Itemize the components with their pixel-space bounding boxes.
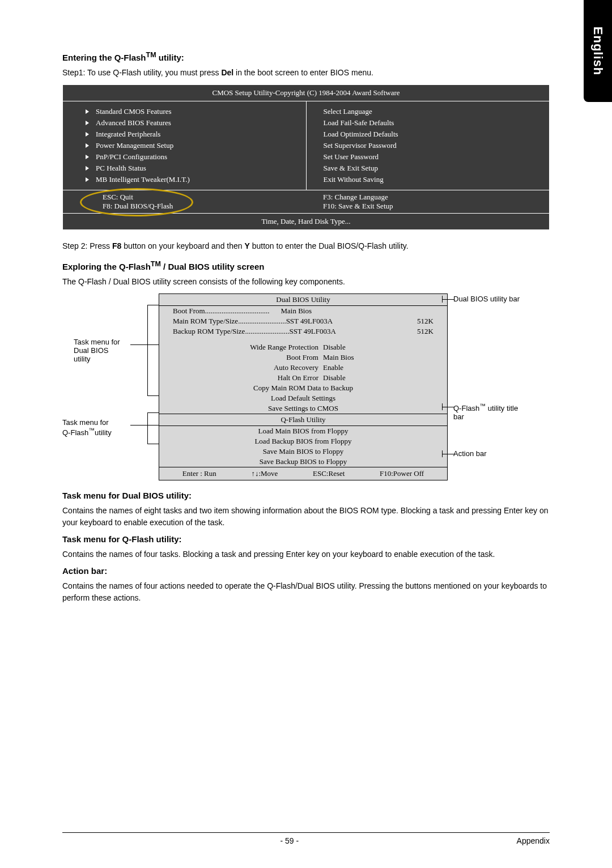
tm: TM — [146, 51, 156, 59]
utility-diagram: Task menu for Dual BIOS utility Task men… — [62, 293, 550, 480]
triangle-icon — [86, 177, 89, 182]
callout-post: utility title — [486, 404, 518, 412]
callout-text: bar — [453, 412, 518, 421]
bios-status-bar: Time, Date, Hard Disk Type... — [63, 213, 549, 229]
opt-row[interactable]: Save Settings to CMOS — [159, 403, 447, 414]
q-opt-row[interactable]: Save Main BIOS to Floppy — [159, 446, 447, 457]
step1-bold: Del — [221, 68, 233, 77]
callout-pre: Q-Flash — [453, 404, 479, 412]
bios-item[interactable]: Integrated Peripherals — [80, 130, 289, 139]
connector-line — [442, 403, 443, 410]
rom2-label: Backup ROM Type/Size — [173, 327, 245, 335]
q-opt-row[interactable]: Save Backup BIOS to Floppy — [159, 457, 447, 467]
step2-pre: Step 2: Press — [62, 241, 112, 250]
callout-dual-bios-bar: Dual BIOS utility bar — [453, 295, 520, 303]
bios-item[interactable]: Exit Without Saving — [324, 175, 533, 184]
connector-line — [442, 296, 443, 303]
bios-item[interactable]: Load Optimized Defaults — [324, 130, 533, 139]
bios-footer-left: ESC: Quit F8: Dual BIOS/Q-Flash — [80, 193, 173, 211]
callout-qflash-title-bar: Q-Flash™ utility title bar — [453, 402, 518, 421]
step2-mid: button on your keyboard and then — [121, 241, 244, 250]
bios-item[interactable]: PnP/PCI Configurations — [80, 152, 289, 161]
opt-label: Wide Range Protection — [215, 343, 323, 352]
connector-line — [147, 412, 159, 413]
bios-item-label: PC Health Status — [96, 164, 146, 173]
bios-item[interactable]: Save & Exit Setup — [324, 164, 533, 173]
callout-text: Dual BIOS utility bar — [453, 295, 520, 303]
bios-item[interactable]: Set User Password — [324, 152, 533, 161]
action-esc: ESC:Reset — [313, 469, 345, 478]
bios-item-label: MB Intelligent Tweaker(M.I.T.) — [96, 175, 190, 184]
bios-f10-save: F10: Save & Exit Setup — [323, 202, 532, 211]
bios-item[interactable]: Standard CMOS Features — [80, 107, 289, 116]
bios-item[interactable]: Load Fail-Safe Defaults — [324, 118, 533, 127]
q-opt-label: Save Backup BIOS to Floppy — [260, 457, 347, 466]
rom1-row: Main ROM Type/Size......................… — [159, 316, 447, 326]
right-callouts: Dual BIOS utility bar Q-Flash™ utility t… — [448, 293, 550, 480]
bootfrom-val: Main Bios — [269, 307, 400, 316]
step2-post: button to enter the Dual BIOS/Q-Flash ut… — [250, 241, 409, 250]
bios-footer-right: F3: Change Language F10: Save & Exit Set… — [306, 193, 532, 211]
action-bar: Enter : Run ↑↓:Move ESC:Reset F10:Power … — [159, 467, 447, 480]
para-task-dual-bios: Contains the names of eight tasks and tw… — [62, 505, 550, 529]
callout-line: Dual BIOS — [74, 346, 159, 355]
q-opt-label: Load Main BIOS from Floppy — [258, 427, 348, 436]
bios-item-label: Integrated Peripherals — [96, 130, 160, 139]
callout-dual-bios-menu: Task menu for Dual BIOS utility — [74, 338, 159, 363]
callout-action-bar: Action bar — [453, 449, 487, 458]
opt-label: Halt On Error — [215, 373, 323, 382]
bios-item[interactable]: PC Health Status — [80, 164, 289, 173]
opt-val: Main Bios — [323, 353, 391, 362]
rom1-size: 512K — [400, 317, 434, 326]
triangle-icon — [86, 143, 89, 148]
opt-label: Auto Recovery — [215, 363, 323, 372]
triangle-icon — [86, 166, 89, 171]
heading-task-qflash: Task menu for Q-Flash utility: — [62, 534, 550, 544]
opt-row[interactable]: Auto RecoveryEnable — [159, 363, 447, 373]
action-enter: Enter : Run — [182, 469, 216, 478]
callout-text: Q-Flash™ utility title — [453, 402, 518, 412]
bootfrom-label: Boot From — [173, 307, 205, 315]
step1-text: Step1: To use Q-Flash utility, you must … — [62, 67, 550, 79]
bios-grid: Standard CMOS Features Advanced BIOS Fea… — [63, 101, 549, 190]
bios-item[interactable]: Power Management Setup — [80, 141, 289, 150]
page-number: - 59 - — [280, 836, 299, 845]
opt-row[interactable]: Wide Range ProtectionDisable — [159, 342, 447, 352]
para-task-qflash: Contains the names of four tasks. Blocki… — [62, 548, 550, 560]
q-opt-row[interactable]: Load Backup BIOS from Floppy — [159, 436, 447, 446]
q-opt-row[interactable]: Load Main BIOS from Floppy — [159, 426, 447, 436]
bios-item[interactable]: Advanced BIOS Features — [80, 118, 289, 127]
bios-left-col: Standard CMOS Features Advanced BIOS Fea… — [63, 101, 307, 190]
connector-line — [147, 305, 159, 305]
side-tab-label: English — [590, 27, 605, 75]
opt-row[interactable]: Halt On ErrorDisable — [159, 373, 447, 383]
opt-row[interactable]: Copy Main ROM Data to Backup — [159, 383, 447, 393]
opt-row[interactable]: Load Default Settings — [159, 393, 447, 403]
dual-bios-title: Dual BIOS Utility — [159, 294, 447, 305]
opt-label: Boot From — [215, 353, 323, 362]
connector-line — [147, 444, 159, 444]
connector-line — [442, 450, 443, 457]
bios-item[interactable]: MB Intelligent Tweaker(M.I.T.) — [80, 175, 289, 184]
bios-setup-screenshot: CMOS Setup Utility-Copyright (C) 1984-20… — [62, 84, 550, 230]
connector-line — [442, 454, 454, 454]
language-side-tab: English — [584, 0, 612, 102]
connector-line — [442, 299, 454, 300]
callout-qflash-post: utility — [95, 428, 112, 437]
step2-b1: F8 — [112, 241, 121, 250]
bios-item-label: Exit Without Saving — [324, 175, 384, 184]
opt-row[interactable]: Boot FromMain Bios — [159, 352, 447, 363]
callout-text: Action bar — [453, 449, 487, 458]
step1-post: in the boot screen to enter BIOS menu. — [233, 68, 373, 77]
bios-item-label: Set Supervisor Password — [324, 141, 397, 150]
bios-item-label: Power Management Setup — [96, 141, 173, 150]
heading2-pre: Exploring the Q-Flash — [62, 262, 151, 271]
step2-text: Step 2: Press F8 button on your keyboard… — [62, 240, 550, 252]
bios-item[interactable]: Set Supervisor Password — [324, 141, 533, 150]
qflash-title: Q-Flash Utility — [159, 414, 447, 426]
tm: TM — [151, 260, 161, 268]
bios-item[interactable]: Select Language — [324, 107, 533, 116]
heading2-post: / Dual BIOS utility screen — [161, 262, 265, 271]
explore-text: The Q-Flash / Dual BIOS utility screen c… — [62, 276, 550, 288]
bios-f8-qflash: F8: Dual BIOS/Q-Flash — [103, 202, 173, 211]
